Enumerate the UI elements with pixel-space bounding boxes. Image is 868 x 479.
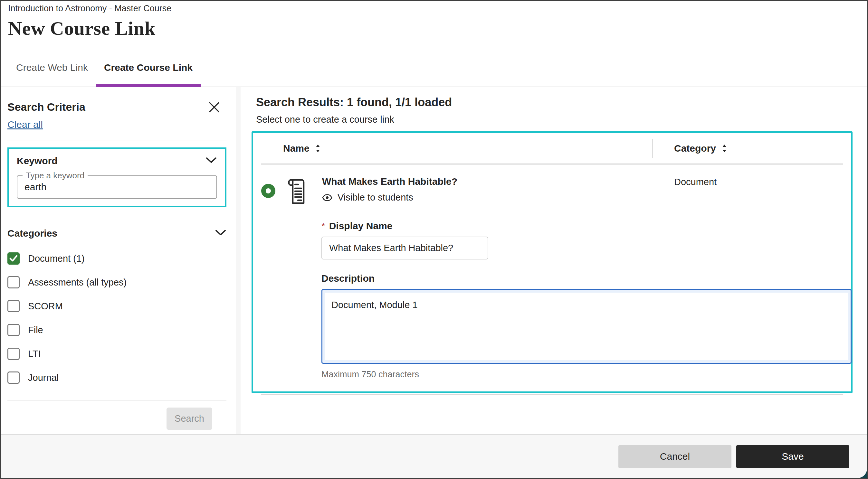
results-table-header: Name Category: [261, 133, 843, 164]
result-name[interactable]: What Makes Earth Habitable?: [322, 176, 457, 187]
search-criteria-header: Search Criteria Clear all: [7, 101, 226, 130]
breadcrumb: Introduction to Astronomy - Master Cours…: [8, 4, 867, 13]
display-name-label: * Display Name: [321, 221, 843, 231]
keyword-input-label: Type a keyword: [23, 170, 88, 181]
page-header: Introduction to Astronomy - Master Cours…: [1, 1, 867, 49]
visibility-status: Visible to students: [322, 192, 457, 203]
display-name-label-text: Display Name: [329, 221, 393, 231]
checked-checkbox-icon[interactable]: [7, 252, 20, 265]
visibility-label: Visible to students: [338, 192, 413, 203]
page-title: New Course Link: [8, 18, 867, 40]
category-checkbox-scorm[interactable]: SCORM: [7, 294, 226, 318]
category-checkbox-file[interactable]: File: [7, 318, 226, 342]
categories-section: Categories Document (1): [7, 228, 226, 389]
tab-create-web-link-label: Create Web Link: [16, 62, 88, 73]
category-label: Journal: [28, 373, 59, 383]
column-name-label: Name: [283, 143, 310, 154]
clear-all-link[interactable]: Clear all: [7, 119, 43, 130]
search-button-row: Search: [7, 408, 226, 430]
search-criteria-title: Search Criteria: [7, 101, 226, 113]
tab-create-course-link-label: Create Course Link: [104, 62, 193, 73]
keyword-section-label: Keyword: [17, 156, 58, 166]
category-label: LTI: [28, 349, 41, 359]
unchecked-checkbox-icon[interactable]: [7, 276, 20, 288]
result-category: Document: [674, 176, 717, 206]
description-label: Description: [321, 273, 843, 284]
unchecked-checkbox-icon[interactable]: [7, 348, 20, 360]
chevron-down-icon: [206, 157, 217, 165]
footer-bar: Cancel Save: [1, 434, 867, 478]
search-criteria-sidebar: Search Criteria Clear all Keyword: [1, 87, 241, 434]
keyword-input[interactable]: [18, 182, 216, 192]
save-button[interactable]: Save: [736, 445, 849, 468]
description-textarea[interactable]: Document, Module 1: [321, 289, 851, 364]
keyword-section-header[interactable]: Keyword: [17, 156, 217, 166]
categories-list: Document (1) Assessments (all types) SCO…: [7, 247, 226, 389]
tab-create-course-link[interactable]: Create Course Link: [96, 49, 200, 87]
tab-create-web-link[interactable]: Create Web Link: [8, 49, 96, 87]
categories-section-header[interactable]: Categories: [7, 228, 226, 239]
keyword-field: Type a keyword: [17, 175, 217, 199]
sidebar-divider: [7, 400, 226, 401]
tabs-bar: Create Web Link Create Course Link: [1, 49, 867, 87]
radio-wrap: [261, 176, 276, 206]
close-button[interactable]: [208, 101, 221, 114]
chevron-down-icon: [215, 229, 226, 237]
categories-section-label: Categories: [7, 228, 57, 239]
category-label: Document (1): [28, 253, 85, 264]
category-checkbox-assessments[interactable]: Assessments (all types): [7, 270, 226, 294]
close-icon: [208, 110, 221, 115]
result-row-left: What Makes Earth Habitable? Visible to s…: [261, 176, 674, 206]
result-row-body: What Makes Earth Habitable? Visible to s…: [322, 176, 457, 206]
category-label: SCORM: [28, 301, 63, 312]
results-subtitle: Select one to create a course link: [256, 114, 852, 125]
description-hint: Maximum 750 characters: [321, 370, 843, 380]
column-header-name[interactable]: Name: [261, 143, 652, 154]
document-icon: [287, 176, 305, 206]
category-checkbox-lti[interactable]: LTI: [7, 342, 226, 366]
unchecked-checkbox-icon[interactable]: [7, 300, 20, 312]
new-course-link-panel: Introduction to Astronomy - Master Cours…: [1, 1, 867, 478]
description-textarea-value[interactable]: Document, Module 1: [325, 293, 848, 360]
eye-icon: [322, 192, 332, 203]
result-row: What Makes Earth Habitable? Visible to s…: [261, 164, 843, 206]
course-link-form: * Display Name Description Document, Mod…: [321, 221, 843, 380]
sort-icon[interactable]: [315, 144, 321, 153]
content: Search Criteria Clear all Keyword: [1, 87, 867, 434]
unchecked-checkbox-icon[interactable]: [7, 372, 20, 384]
keyword-section-highlighted: Keyword Type a keyword: [7, 148, 226, 207]
results-title: Search Results: 1 found, 1/1 loaded: [256, 96, 852, 109]
category-label: Assessments (all types): [28, 277, 127, 288]
sidebar-divider: [7, 140, 226, 140]
unchecked-checkbox-icon[interactable]: [7, 324, 20, 336]
column-header-category[interactable]: Category: [653, 143, 727, 154]
search-button[interactable]: Search: [166, 408, 212, 430]
result-row-divider: [261, 394, 843, 395]
sort-icon[interactable]: [721, 144, 727, 153]
selected-radio-button[interactable]: [261, 184, 275, 198]
results-table-highlighted: Name Category: [252, 131, 852, 393]
category-checkbox-document[interactable]: Document (1): [7, 247, 226, 270]
search-results-main: Search Results: 1 found, 1/1 loaded Sele…: [241, 87, 867, 434]
category-checkbox-journal[interactable]: Journal: [7, 366, 226, 389]
required-marker: *: [321, 221, 325, 231]
display-name-input[interactable]: [321, 236, 488, 259]
screen: Introduction to Astronomy - Master Cours…: [0, 0, 868, 479]
cancel-button[interactable]: Cancel: [618, 445, 732, 468]
column-category-label: Category: [674, 143, 716, 154]
category-label: File: [28, 325, 43, 336]
